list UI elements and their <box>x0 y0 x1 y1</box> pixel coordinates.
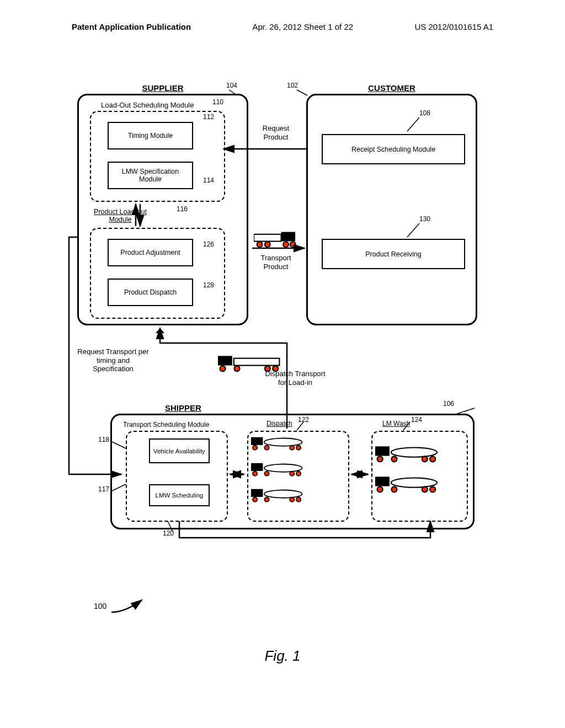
svg-line-52 <box>407 117 419 131</box>
svg-line-53 <box>407 223 419 237</box>
ref-128: 128 <box>203 281 214 289</box>
fleet-truck-3-icon <box>251 486 303 504</box>
arrow-request-product <box>221 143 309 154</box>
svg-point-28 <box>290 497 294 502</box>
lead-104 <box>227 88 238 97</box>
lead-117 <box>110 483 127 494</box>
lead-106 <box>452 406 477 416</box>
trans-sched-group: Vehicle Availability LMW Scheduling <box>126 431 228 522</box>
svg-point-32 <box>377 456 383 462</box>
wash-truck-2-icon <box>375 474 439 494</box>
receipt-scheduling: Receipt Scheduling Module <box>322 134 465 164</box>
supplier-title: SUPPLIER <box>138 83 186 93</box>
ref-117: 117 <box>98 485 109 493</box>
lead-108 <box>406 116 422 133</box>
svg-line-50 <box>229 90 237 95</box>
svg-rect-0 <box>281 232 295 242</box>
lmw-spec-module: LMW Specification Module <box>108 162 193 189</box>
header-mid: Apr. 26, 2012 Sheet 1 of 22 <box>252 22 353 31</box>
lead-120 <box>166 520 177 532</box>
header-right: US 2012/0101615 A1 <box>414 22 493 31</box>
lead-124 <box>402 420 413 431</box>
svg-rect-24 <box>251 489 263 497</box>
request-product-label: Request Product <box>254 124 298 141</box>
svg-point-25 <box>264 490 302 498</box>
svg-point-20 <box>253 472 257 476</box>
svg-point-19 <box>264 464 302 472</box>
svg-line-59 <box>168 521 173 532</box>
arrow-dispatch-loadin <box>157 326 295 431</box>
svg-point-31 <box>391 448 437 457</box>
timing-module: Timing Module <box>108 122 193 149</box>
svg-point-21 <box>264 472 269 476</box>
transport-product-label: Transport Product <box>254 254 298 271</box>
wash-truck-1-icon <box>375 444 439 464</box>
svg-point-26 <box>253 497 257 502</box>
svg-point-27 <box>264 497 269 502</box>
ref-114: 114 <box>203 176 214 184</box>
ref-112: 112 <box>203 113 214 121</box>
svg-point-15 <box>264 446 269 450</box>
ref-100-arrow-icon <box>109 596 153 618</box>
lead-118 <box>110 440 127 451</box>
svg-point-39 <box>391 486 397 492</box>
arrow-lmwsched-wash <box>177 521 452 554</box>
lmw-scheduling: LMW Scheduling <box>149 484 210 506</box>
lead-130 <box>406 222 422 239</box>
svg-rect-12 <box>251 437 263 445</box>
customer-title: CUSTOMER <box>365 83 419 93</box>
svg-point-13 <box>264 438 302 446</box>
svg-line-57 <box>297 422 303 430</box>
svg-line-56 <box>112 484 126 491</box>
svg-point-23 <box>296 472 301 476</box>
product-receiving: Product Receiving <box>322 239 465 269</box>
page-header: Patent Application Publication Apr. 26, … <box>0 22 565 31</box>
svg-point-37 <box>391 478 437 488</box>
svg-point-16 <box>290 446 294 450</box>
fleet-truck-1-icon <box>251 435 303 452</box>
header-left: Patent Application Publication <box>72 22 191 31</box>
svg-point-29 <box>296 497 301 502</box>
ref-126: 126 <box>203 240 214 248</box>
ref-116: 116 <box>177 205 188 213</box>
arrow-sched-dispatch <box>227 469 247 480</box>
svg-rect-1 <box>254 234 281 242</box>
lead-102 <box>295 88 309 97</box>
arrow-transport-product <box>249 243 307 254</box>
ref-124: 124 <box>411 416 422 424</box>
svg-line-54 <box>454 408 475 415</box>
lead-122 <box>295 420 306 431</box>
svg-line-55 <box>112 442 126 448</box>
figure-diagram: SUPPLIER Load-Out Scheduling Module Timi… <box>66 77 486 629</box>
svg-rect-18 <box>251 463 263 471</box>
fleet-truck-2-icon <box>251 461 303 478</box>
svg-line-51 <box>297 90 307 95</box>
ref-110: 110 <box>212 98 223 106</box>
svg-rect-30 <box>375 446 390 456</box>
svg-line-58 <box>403 422 410 430</box>
svg-point-17 <box>296 446 301 450</box>
figure-caption: Fig. 1 <box>0 647 565 665</box>
customer-entity: CUSTOMER Receipt Scheduling Module Produ… <box>306 94 477 325</box>
svg-point-22 <box>290 472 294 476</box>
ref-100: 100 <box>94 596 153 618</box>
loadout-sched-title: Load-Out Scheduling Module <box>101 99 194 109</box>
svg-point-41 <box>430 486 435 492</box>
arrow-dispatch-wash <box>349 469 371 480</box>
svg-point-35 <box>430 456 435 462</box>
loadout-sched-group: Timing Module LMW Specification Module <box>90 111 225 202</box>
arrow-loadout-internal <box>132 201 143 229</box>
svg-point-33 <box>391 456 397 462</box>
svg-point-40 <box>422 486 428 492</box>
vehicle-availability: Vehicle Availability <box>149 438 210 463</box>
svg-point-34 <box>422 456 428 462</box>
svg-point-38 <box>377 486 383 492</box>
svg-point-14 <box>253 446 257 450</box>
svg-rect-36 <box>375 477 390 486</box>
